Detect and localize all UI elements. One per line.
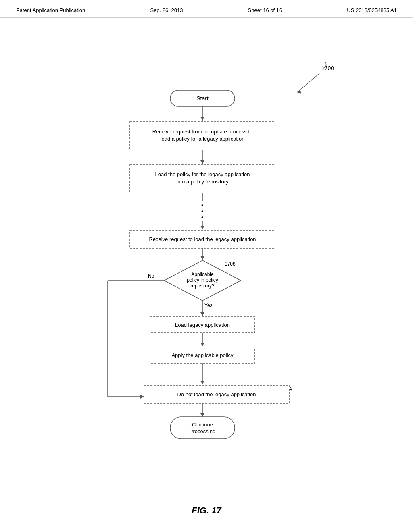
arrow-head-7 xyxy=(200,381,204,384)
arrow-head-no-join xyxy=(140,395,144,399)
dots-2: • xyxy=(201,208,203,214)
end-text-line1: Continue xyxy=(192,422,213,428)
text-1710: Load legacy application xyxy=(175,322,230,328)
diamond-text-1708-line2: policy in policy xyxy=(187,277,218,283)
text-1704-line2: into a policy repository xyxy=(176,179,229,185)
no-label: No xyxy=(148,273,154,279)
arrow-head-1 xyxy=(200,117,204,121)
text-1714: Do not load the legacy application xyxy=(177,391,256,397)
header-left: Patent Application Publication xyxy=(16,7,85,13)
arrow-head-4 xyxy=(200,256,204,260)
arrow-head-5 xyxy=(200,312,204,316)
dots-3: • xyxy=(201,214,203,220)
text-1706: Receive request to load the legacy appli… xyxy=(149,236,256,242)
label-1708: 1708 xyxy=(225,261,236,267)
diamond-text-1708-line1: Applicable xyxy=(191,272,214,277)
text-1704-line1: Load the policy for the legacy applicati… xyxy=(155,171,250,177)
arrow-head-2 xyxy=(200,160,204,164)
label-1700: 1700 xyxy=(321,65,334,71)
end-text-line2: Processing xyxy=(190,428,215,434)
header-right: US 2013/0254835 A1 xyxy=(347,7,397,13)
fig-caption: FIG. 17 xyxy=(192,505,221,516)
yes-label: Yes xyxy=(204,303,213,308)
flowchart-svg: 1700 Start 1702 Receive request from an … xyxy=(55,46,358,489)
text-1712: Apply the applicable policy xyxy=(171,352,234,358)
diamond-text-1708-line3: repository? xyxy=(190,283,215,289)
text-1702-line2: load a policy for a legacy application xyxy=(161,136,245,142)
diagram-container: 1700 Start 1702 Receive request from an … xyxy=(0,18,413,532)
arrow-head-8 xyxy=(200,413,204,417)
start-label: Start xyxy=(196,95,209,102)
page-header: Patent Application Publication Sep. 26, … xyxy=(0,0,413,18)
end-box xyxy=(170,417,235,439)
header-sheet: Sheet 16 of 16 xyxy=(248,7,282,13)
dots-1: • xyxy=(201,202,203,208)
arrow-head-3 xyxy=(200,226,204,229)
arrow-head-6 xyxy=(200,343,204,346)
header-middle: Sep. 26, 2013 xyxy=(150,7,183,13)
text-1702-line1: Receive request from an update process t… xyxy=(152,129,253,135)
arrow-1700-line xyxy=(297,73,319,92)
